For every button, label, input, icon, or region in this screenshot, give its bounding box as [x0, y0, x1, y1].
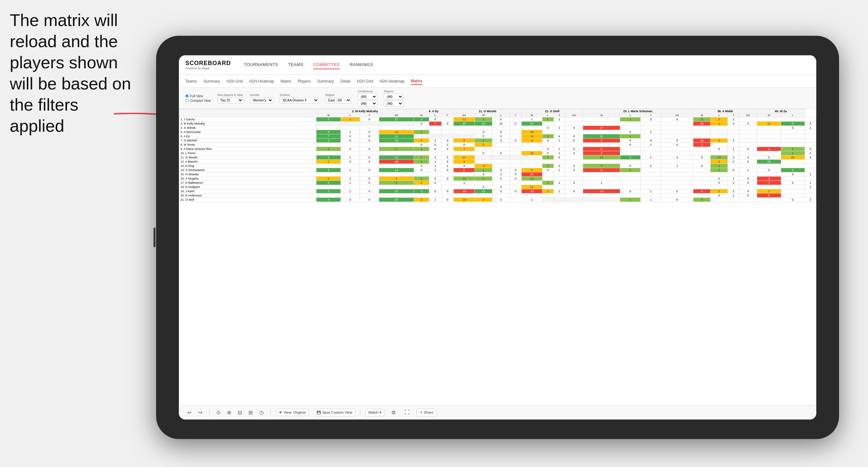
matrix-cell: [441, 117, 454, 122]
toolbar-divider-2: [271, 409, 271, 416]
matrix-cell: [441, 126, 454, 130]
matrix-cell: [492, 155, 510, 160]
players-select1[interactable]: (All): [384, 94, 403, 100]
subnav-matrix[interactable]: Matrix: [281, 78, 291, 85]
matrix-cell: 0: [441, 189, 454, 193]
matrix-cell: [360, 151, 379, 155]
matrix-cell: [492, 193, 510, 198]
subnav-h2h-heatmap2[interactable]: H2H Heatmap: [379, 78, 404, 85]
matrix-cell: [583, 198, 620, 202]
matrix-cell: 1: [641, 198, 661, 202]
matrix-cell: 0: [492, 130, 510, 134]
sub-t3: T: [510, 114, 522, 117]
subnav-summary2[interactable]: Summary: [317, 78, 334, 85]
watch-btn[interactable]: Watch ▾: [365, 409, 384, 416]
subnav-h2h-grid2[interactable]: H2H Grid: [357, 78, 373, 85]
nav-teams[interactable]: TEAMS: [288, 61, 303, 69]
max-players-select[interactable]: Top 25: [217, 97, 243, 103]
matrix-cell: 17: [583, 126, 620, 130]
save-custom-view-btn[interactable]: 💾 Save Custom View: [313, 409, 355, 416]
matrix-cell: [711, 185, 728, 189]
matrix-cell: [620, 160, 640, 164]
subnav-players[interactable]: Players: [298, 78, 311, 85]
view-original-btn[interactable]: 👁 View: Original: [276, 409, 309, 416]
settings-btn[interactable]: ◷: [257, 408, 266, 417]
matrix-cell: [475, 126, 492, 130]
matrix-cell: 1: [454, 181, 475, 185]
zoom-in-btn[interactable]: ⊕: [225, 408, 233, 417]
matrix-cell: [781, 193, 805, 198]
matrix-cell: 0: [341, 198, 360, 202]
watch-chevron: ▾: [379, 410, 381, 415]
matrix-cell: 1: [739, 168, 757, 173]
redo-btn[interactable]: ↪: [196, 408, 204, 417]
matrix-cell: [565, 143, 583, 147]
matrix-cell: 0: [360, 198, 379, 202]
zoom-out-btn[interactable]: ⊟: [236, 408, 244, 417]
region-select[interactable]: East - DII: [325, 97, 351, 103]
matrix-cell: 0: [739, 177, 757, 181]
matrix-cell: 0: [693, 155, 711, 160]
matrix-cell: 1: [554, 168, 565, 173]
nav-committee[interactable]: COMMITTEE: [313, 61, 340, 69]
matrix-cell: 3: [620, 155, 640, 160]
matrix-cell: -11: [454, 117, 475, 122]
matrix-cell: [739, 117, 757, 122]
matrix-cell: [693, 134, 711, 138]
matrix-cell: 1: [441, 143, 454, 147]
subnav-h2h-heatmap[interactable]: H2H Heatmap: [249, 78, 274, 85]
subnav-h2h-grid[interactable]: H2H Grid: [227, 78, 243, 85]
matrix-cell: 1: [341, 168, 360, 173]
matrix-cell: 33: [379, 198, 414, 202]
compact-view-input[interactable]: [185, 99, 189, 102]
subnav-matrix2[interactable]: Matrix: [411, 78, 423, 85]
matrix-cell: 0: [429, 189, 441, 193]
expand-btn[interactable]: ⛶: [403, 408, 412, 416]
matrix-cell: [510, 117, 522, 122]
full-view-radio[interactable]: Full View: [185, 94, 211, 98]
grid-btn[interactable]: ⊞: [247, 408, 255, 417]
matrix-cell: [781, 130, 805, 134]
matrix-cell: [693, 130, 711, 134]
matrix-cell: 1: [429, 160, 441, 164]
undo-btn[interactable]: ↩: [185, 408, 193, 417]
matrix-cell: 1: [781, 151, 805, 155]
max-players-filter: Max players in view Top 25: [217, 93, 243, 103]
nav-rankings[interactable]: RANKINGS: [350, 61, 373, 69]
matrix-cell: [379, 143, 414, 147]
zoom-fit-btn[interactable]: ⊙: [214, 408, 222, 417]
matrix-cell: [429, 151, 441, 155]
matrix-cell: 0: [805, 147, 816, 151]
matrix-cell: 2: [583, 151, 620, 155]
share-btn[interactable]: ↗ Share: [416, 409, 436, 416]
division-select[interactable]: NCAA Division II: [280, 97, 319, 103]
matrix-cell: [661, 151, 693, 155]
table-row: 19. J Kanh31013400-201300-31210-13010422…: [179, 189, 816, 193]
subnav-teams[interactable]: Teams: [185, 78, 197, 85]
division-filter: Division NCAA Division II: [280, 93, 319, 103]
matrix-cell: 4: [693, 189, 711, 193]
matrix-cell: 6: [781, 122, 805, 126]
matrix-cell: [554, 143, 565, 147]
matrix-cell: [661, 177, 693, 181]
conference-select2[interactable]: (All): [358, 100, 377, 107]
matrix-cell: [805, 168, 816, 173]
subnav-summary[interactable]: Summary: [203, 78, 220, 85]
subnav-detail[interactable]: Detail: [341, 78, 350, 85]
matrix-cell: [728, 185, 739, 189]
matrix-cell: [565, 173, 583, 177]
players-select2[interactable]: (All): [384, 100, 403, 107]
matrix-cell: 0: [360, 160, 379, 164]
conference-filter: Conference (All) (All): [358, 90, 377, 107]
table-row: 15. H Stranda0201101: [179, 173, 816, 177]
compact-view-radio[interactable]: Compact View: [185, 99, 211, 102]
share-settings-btn[interactable]: ⚙: [389, 408, 398, 417]
player-name-cell: 3. S Jelinek: [179, 126, 316, 130]
nav-tournaments[interactable]: TOURNAMENTS: [244, 61, 278, 69]
gender-select[interactable]: Women's: [250, 97, 273, 103]
matrix-cell: 2: [728, 189, 739, 193]
full-view-input[interactable]: [185, 94, 189, 98]
conference-select1[interactable]: (All): [358, 94, 377, 100]
matrix-cell: 0: [360, 117, 379, 122]
matrix-cell: 3: [316, 155, 341, 160]
